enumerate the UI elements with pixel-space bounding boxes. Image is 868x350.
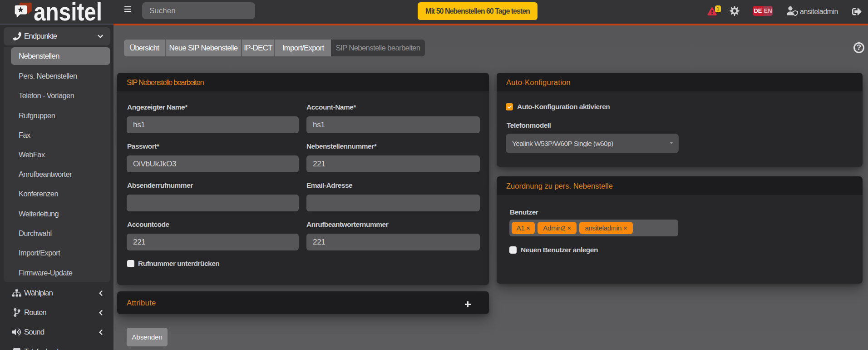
svg-text:ansitel: ansitel (34, 1, 102, 23)
